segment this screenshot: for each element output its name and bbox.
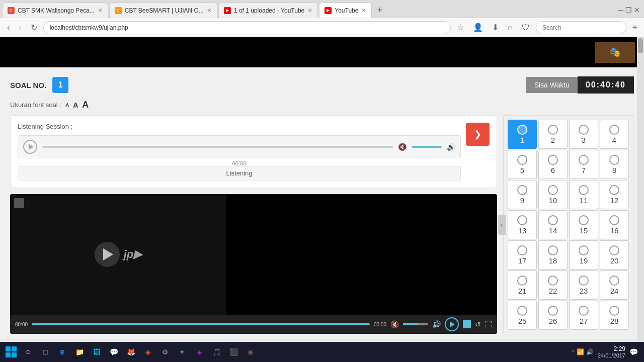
listening-card: Listening Session : 🔇 — [10, 115, 497, 188]
app13-button[interactable]: ⬛ — [226, 345, 240, 359]
app10-button[interactable]: ✦ — [175, 345, 189, 359]
network-icon[interactable]: 📶 — [577, 348, 584, 355]
video-speaker-button[interactable]: 🔊 — [432, 320, 441, 328]
tab-1-close[interactable]: ✕ — [98, 7, 103, 14]
scrollbar-thumb[interactable] — [638, 38, 643, 53]
scrollbar[interactable] — [637, 37, 644, 342]
question-item-2[interactable]: 2 — [538, 120, 568, 149]
photos-icon: 🖼 — [93, 348, 100, 356]
close-button[interactable]: ✕ — [634, 6, 640, 14]
music-button[interactable]: 🎵 — [209, 345, 223, 359]
video-stop-button[interactable] — [463, 320, 471, 328]
back-button[interactable]: ‹ — [4, 21, 13, 34]
volume-tray-icon[interactable]: 🔊 — [586, 348, 594, 355]
tab-3[interactable]: ▶ 1 of 1 uploaded - YouTube ✕ — [218, 3, 318, 18]
question-item-13[interactable]: 13 — [508, 210, 537, 239]
tab-4-close[interactable]: ✕ — [361, 7, 366, 14]
question-item-7[interactable]: 7 — [569, 150, 598, 179]
question-item-23[interactable]: 23 — [569, 270, 598, 300]
start-button[interactable] — [4, 345, 18, 359]
volume-bar[interactable] — [412, 146, 442, 148]
panel-collapse-button[interactable]: ‹ — [498, 215, 506, 235]
edge-button[interactable]: e — [55, 345, 69, 359]
video-progress-bar[interactable] — [32, 323, 370, 325]
question-item-14[interactable]: 14 — [538, 210, 568, 239]
search-taskbar-button[interactable]: ○ — [21, 345, 35, 359]
photos-button[interactable]: 🖼 — [90, 345, 104, 359]
question-item-27[interactable]: 27 — [569, 301, 598, 330]
settings-button[interactable]: ⚙ — [158, 345, 172, 359]
question-item-5[interactable]: 5 — [508, 150, 537, 179]
question-item-17[interactable]: 17 — [508, 240, 537, 269]
video-play-btn[interactable] — [445, 317, 459, 331]
menu-button[interactable]: ≡ — [629, 21, 640, 34]
app8-button[interactable]: ◈ — [141, 345, 155, 359]
question-item-24[interactable]: 24 — [600, 270, 629, 300]
question-item-26[interactable]: 26 — [538, 301, 568, 330]
tab-4[interactable]: ▶ YouTube ✕ — [319, 3, 372, 18]
search-input[interactable] — [536, 21, 626, 34]
notification-icon[interactable]: 💬 — [629, 348, 638, 356]
question-item-28[interactable]: 28 — [600, 301, 629, 330]
tab-3-favicon: ▶ — [224, 7, 231, 14]
profile-button[interactable]: 👤 — [470, 21, 486, 34]
explorer-button[interactable]: 📁 — [72, 345, 87, 359]
tab-3-close[interactable]: ✕ — [307, 7, 312, 14]
question-item-15[interactable]: 15 — [569, 210, 598, 239]
question-item-25[interactable]: 25 — [508, 301, 537, 330]
tab-4-favicon: ▶ — [325, 7, 332, 14]
audio-play-button[interactable] — [23, 140, 37, 154]
tab-2[interactable]: C CBT BeeSMART | UJIAN O... ✕ — [109, 3, 217, 18]
question-item-12[interactable]: 12 — [600, 180, 629, 209]
q17-number: 17 — [518, 256, 527, 265]
bookmark-button[interactable]: ☆ — [454, 21, 467, 34]
video-play-button[interactable] — [95, 242, 120, 267]
forward-button[interactable]: › — [16, 21, 24, 34]
font-size-medium[interactable]: A — [73, 101, 78, 109]
question-item-20[interactable]: 20 — [600, 240, 629, 269]
system-clock[interactable]: 2:29 24/01/2017 — [598, 345, 625, 358]
question-item-3[interactable]: 3 — [569, 120, 598, 149]
mute-icon[interactable]: 🔇 — [398, 143, 407, 151]
question-item-16[interactable]: 16 — [600, 210, 629, 239]
video-volume-bar[interactable] — [403, 323, 428, 325]
shield-button[interactable]: 🛡 — [519, 21, 533, 34]
reload-button[interactable]: ↻ — [28, 21, 40, 34]
download-button[interactable]: ⬇ — [489, 21, 502, 34]
question-item-9[interactable]: 9 — [508, 180, 537, 209]
next-button[interactable]: ❯ — [466, 123, 490, 146]
question-item-10[interactable]: 10 — [538, 180, 568, 209]
question-item-11[interactable]: 11 — [569, 180, 598, 209]
font-size-small[interactable]: A — [65, 102, 69, 108]
restore-button[interactable]: ❐ — [625, 6, 632, 14]
app14-button[interactable]: ◉ — [244, 345, 258, 359]
question-item-4[interactable]: 4 — [600, 120, 629, 149]
video-repeat-button[interactable]: ↺ — [475, 320, 481, 328]
question-item-22[interactable]: 22 — [538, 270, 568, 300]
audio-progress-bar[interactable] — [42, 146, 393, 148]
whatsapp-button[interactable]: 💬 — [107, 345, 121, 359]
video-mute-button[interactable]: 🔇 — [390, 320, 399, 328]
font-size-large[interactable]: A — [82, 100, 89, 110]
address-bar[interactable] — [43, 21, 451, 34]
video-fullscreen-button[interactable]: ⛶ — [485, 320, 492, 328]
question-item-18[interactable]: 18 — [538, 240, 568, 269]
tab-1[interactable]: C CBT SMK Walisongo Peca... ✕ — [2, 3, 108, 18]
tray-up-icon[interactable]: ^ — [572, 348, 575, 355]
home-button[interactable]: ⌂ — [505, 21, 516, 34]
task-view-button[interactable]: □ — [38, 345, 52, 359]
question-item-21[interactable]: 21 — [508, 270, 537, 300]
q15-number: 15 — [580, 226, 588, 235]
app11-button[interactable]: ◈ — [192, 345, 206, 359]
question-item-6[interactable]: 6 — [538, 150, 568, 179]
q23-number: 23 — [580, 287, 588, 295]
new-tab-button[interactable]: + — [373, 5, 386, 16]
question-item-8[interactable]: 8 — [600, 150, 629, 179]
win-tile-2 — [12, 346, 17, 351]
question-item-1[interactable]: 1 — [508, 120, 537, 149]
firefox-button[interactable]: 🦊 — [124, 345, 138, 359]
top-image-bar: 🎭 — [0, 37, 644, 67]
tab-2-close[interactable]: ✕ — [207, 7, 212, 14]
question-item-19[interactable]: 19 — [569, 240, 598, 269]
minimize-button[interactable]: ─ — [618, 6, 623, 14]
